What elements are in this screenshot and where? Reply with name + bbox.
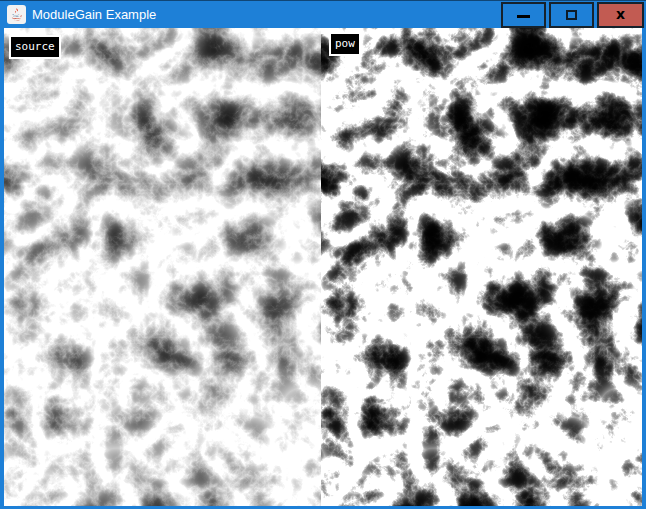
maximize-icon xyxy=(566,10,577,20)
pow-panel: pow xyxy=(321,28,642,506)
content-area: source pow xyxy=(4,28,642,506)
source-image xyxy=(4,28,321,506)
close-icon: x xyxy=(616,7,625,21)
app-window: ModuleGain Example x source pow xyxy=(0,0,646,509)
maximize-button[interactable] xyxy=(549,2,594,28)
window-controls: x xyxy=(501,2,644,28)
close-button[interactable]: x xyxy=(597,2,644,28)
pow-label: pow xyxy=(329,32,361,56)
minimize-icon xyxy=(517,15,530,18)
source-panel: source xyxy=(4,28,321,506)
titlebar[interactable]: ModuleGain Example x xyxy=(0,1,646,28)
java-app-icon[interactable] xyxy=(7,5,26,24)
minimize-button[interactable] xyxy=(501,2,546,28)
window-title: ModuleGain Example xyxy=(32,7,156,22)
java-coffee-cup-icon xyxy=(9,7,24,22)
source-label: source xyxy=(9,35,61,59)
pow-image xyxy=(321,28,642,506)
